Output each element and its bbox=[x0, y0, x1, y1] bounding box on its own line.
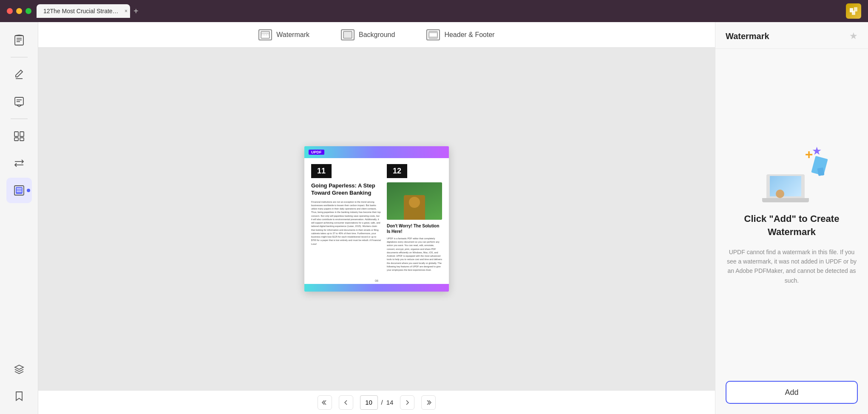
doc-logo: UPDF bbox=[309, 150, 324, 155]
logo-area bbox=[846, 3, 861, 19]
doc-header-bar: UPDF bbox=[304, 146, 449, 158]
laptop-base bbox=[762, 198, 809, 202]
watermark-icon-box bbox=[258, 29, 272, 40]
svg-rect-26 bbox=[429, 37, 437, 38]
page-input-area: 10 / 14 bbox=[360, 395, 394, 410]
right-panel-title: Watermark bbox=[726, 31, 769, 41]
favorite-button[interactable]: ★ bbox=[849, 31, 858, 42]
doc-right-column: 12 Don't Worry! The Solution Is Here! UP… bbox=[387, 164, 442, 272]
doc-body: 11 Going Paperless: A Step Toward Green … bbox=[304, 158, 449, 278]
toolbar-tab-watermark[interactable]: Watermark bbox=[251, 26, 317, 44]
doc-left-column: 11 Going Paperless: A Step Toward Green … bbox=[311, 164, 381, 272]
svg-rect-8 bbox=[15, 97, 23, 105]
header-footer-icon-box bbox=[426, 29, 440, 40]
traffic-lights bbox=[7, 8, 31, 14]
page-nav: 10 / 14 bbox=[38, 390, 715, 414]
sidebar-item-reader[interactable] bbox=[6, 27, 32, 53]
svg-rect-25 bbox=[429, 31, 437, 33]
background-icon-box bbox=[341, 29, 355, 40]
active-indicator bbox=[27, 189, 30, 192]
main-content: Watermark Background Hea bbox=[0, 22, 868, 414]
add-tab-button[interactable]: + bbox=[133, 6, 139, 16]
right-panel-cta: Click "Add" to Create Watermark bbox=[726, 213, 858, 239]
toolbar-tab-background[interactable]: Background bbox=[334, 26, 402, 44]
tab-title: 12The Most Crucial Strate… bbox=[43, 8, 119, 14]
watermark-label: Watermark bbox=[276, 31, 309, 39]
toolbar: Watermark Background Hea bbox=[38, 22, 715, 48]
doc-subtitle-right: Don't Worry! The Solution Is Here! bbox=[387, 223, 442, 234]
right-panel: Watermark ★ + ★ bbox=[715, 22, 868, 414]
tab-close-button[interactable]: × bbox=[123, 8, 130, 14]
sidebar-item-edit[interactable] bbox=[6, 62, 32, 87]
laptop-screen bbox=[770, 176, 801, 196]
person-head bbox=[776, 190, 784, 198]
sidebar-item-annotate[interactable] bbox=[6, 89, 32, 114]
right-panel-body: + ★ Click "Add" to Create Watermark UPDF… bbox=[715, 49, 868, 381]
right-panel-description: UPDF cannot find a watermark in this fil… bbox=[726, 247, 858, 286]
star-decoration-icon: ★ bbox=[812, 145, 822, 158]
toolbar-tab-header-footer[interactable]: Header & Footer bbox=[419, 26, 502, 44]
laptop-illustration bbox=[766, 174, 805, 200]
page-separator: / bbox=[381, 399, 383, 406]
svg-rect-3 bbox=[15, 36, 23, 45]
next-page-button[interactable] bbox=[400, 395, 414, 410]
doc-body-text-right: UPDF is a fantastic PDF editor that comp… bbox=[387, 237, 442, 272]
first-page-button[interactable] bbox=[318, 395, 332, 410]
page-number-badge-left: 11 bbox=[311, 164, 332, 178]
svg-rect-23 bbox=[343, 31, 352, 38]
right-panel-header: Watermark ★ bbox=[715, 22, 868, 49]
sidebar-item-layers[interactable] bbox=[6, 356, 32, 382]
doc-page-num: 08 bbox=[304, 278, 449, 284]
doc-viewer: UPDF 11 Going Paperless: A Step Toward G… bbox=[38, 48, 715, 390]
doc-image bbox=[387, 182, 442, 220]
watermark-illustration: + ★ bbox=[758, 145, 826, 204]
svg-rect-2 bbox=[852, 11, 855, 15]
app-logo bbox=[846, 3, 861, 19]
doc-page: UPDF 11 Going Paperless: A Step Toward G… bbox=[304, 146, 449, 292]
sidebar-item-convert[interactable] bbox=[6, 150, 32, 176]
paper-small-icon bbox=[817, 167, 824, 176]
add-watermark-button[interactable]: Add bbox=[726, 381, 858, 404]
maximize-traffic-light[interactable] bbox=[26, 8, 31, 14]
svg-rect-14 bbox=[20, 138, 24, 141]
sidebar-item-stamp[interactable] bbox=[6, 178, 32, 203]
sidebar-item-organize[interactable] bbox=[6, 123, 32, 149]
doc-body-text-left: Financial institutions are not an except… bbox=[311, 200, 381, 246]
svg-rect-12 bbox=[20, 132, 24, 136]
page-number-badge-right: 12 bbox=[387, 164, 407, 178]
doc-title-left: Going Paperless: A Step Toward Green Ban… bbox=[311, 182, 381, 197]
prev-page-button[interactable] bbox=[339, 395, 353, 410]
close-traffic-light[interactable] bbox=[7, 8, 13, 14]
current-page-input[interactable]: 10 bbox=[360, 395, 378, 410]
svg-rect-13 bbox=[14, 138, 18, 141]
svg-rect-11 bbox=[14, 132, 18, 136]
sidebar-divider-1 bbox=[11, 57, 28, 57]
center-area: Watermark Background Hea bbox=[38, 22, 715, 414]
doc-footer-bar bbox=[304, 284, 449, 292]
minimize-traffic-light[interactable] bbox=[16, 8, 22, 14]
background-label: Background bbox=[359, 31, 395, 39]
header-footer-label: Header & Footer bbox=[444, 31, 494, 39]
sidebar-item-bookmark[interactable] bbox=[6, 383, 32, 409]
total-pages: 14 bbox=[386, 399, 394, 406]
last-page-button[interactable] bbox=[421, 395, 436, 410]
sidebar-divider-2 bbox=[11, 119, 28, 119]
sidebar bbox=[0, 22, 38, 414]
titlebar: 12The Most Crucial Strate… × + bbox=[0, 0, 868, 22]
active-tab[interactable]: 12The Most Crucial Strate… × bbox=[37, 4, 130, 18]
tab-bar: 12The Most Crucial Strate… × + bbox=[37, 4, 841, 18]
